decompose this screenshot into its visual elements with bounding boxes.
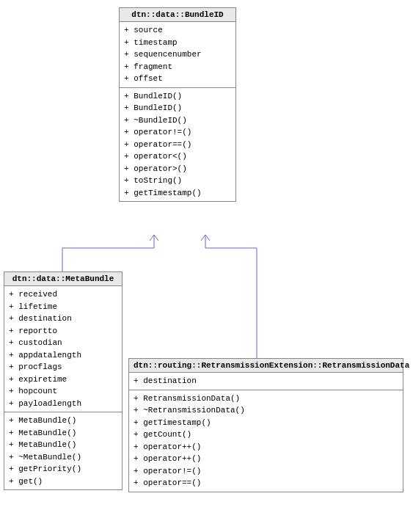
bundleid-method-2: + ~BundleID() <box>124 114 231 127</box>
bundleid-attr-1: + timestamp <box>124 37 231 49</box>
bundleid-method-4: + operator==() <box>124 139 231 151</box>
metabundle-title: dtn::data::MetaBundle <box>4 272 122 286</box>
bundleid-method-6: + operator>() <box>124 163 231 175</box>
metabundle-method-0: + MetaBundle() <box>9 415 117 427</box>
metabundle-method-4: + getPriority() <box>9 463 117 475</box>
diagram-container: dtn::data::BundleID + source + timestamp… <box>0 0 413 532</box>
retransmission-method-5: + operator++() <box>134 453 398 465</box>
retransmission-method-2: + getTimestamp() <box>134 417 398 429</box>
metabundle-box: dtn::data::MetaBundle + received + lifet… <box>4 272 123 490</box>
metabundle-attr-6: + procflags <box>9 361 117 374</box>
metabundle-method-1: + MetaBundle() <box>9 427 117 440</box>
bundleid-method-7: + toString() <box>124 175 231 187</box>
metabundle-attr-5: + appdatalength <box>9 349 117 362</box>
metabundle-attr-0: + received <box>9 288 117 301</box>
metabundle-method-2: + MetaBundle() <box>9 439 117 451</box>
bundleid-method-0: + BundleID() <box>124 90 231 103</box>
retransmission-method-6: + operator!=() <box>134 465 398 478</box>
metabundle-attr-7: + expiretime <box>9 374 117 386</box>
metabundle-attr-9: + payloadlength <box>9 398 117 410</box>
bundleid-box: dtn::data::BundleID + source + timestamp… <box>119 7 236 202</box>
metabundle-attr-3: + reportto <box>9 325 117 338</box>
retransmission-method-3: + getCount() <box>134 429 398 441</box>
retransmission-methods: + RetransmissionData() + ~Retransmission… <box>129 390 403 492</box>
bundleid-title: dtn::data::BundleID <box>120 8 235 22</box>
retransmission-attr-0: + destination <box>134 375 398 387</box>
bundleid-method-8: + getTimestamp() <box>124 187 231 200</box>
bundleid-attr-2: + sequencenumber <box>124 48 231 61</box>
retransmission-attributes: + destination <box>129 373 403 390</box>
retransmission-box: dtn::routing::RetransmissionExtension::R… <box>128 358 403 492</box>
bundleid-attr-4: + offset <box>124 73 231 85</box>
bundleid-method-3: + operator!=() <box>124 126 231 139</box>
metabundle-method-5: + get() <box>9 475 117 488</box>
bundleid-methods: + BundleID() + BundleID() + ~BundleID() … <box>120 88 235 202</box>
retransmission-method-1: + ~RetransmissionData() <box>134 404 398 417</box>
metabundle-attr-1: + lifetime <box>9 301 117 313</box>
bundleid-method-5: + operator<() <box>124 150 231 163</box>
metabundle-method-3: + ~MetaBundle() <box>9 451 117 464</box>
retransmission-title: dtn::routing::RetransmissionExtension::R… <box>129 359 403 373</box>
bundleid-method-1: + BundleID() <box>124 102 231 114</box>
bundleid-attr-3: + fragment <box>124 61 231 73</box>
metabundle-attr-4: + custodian <box>9 337 117 349</box>
retransmission-method-7: + operator==() <box>134 477 398 489</box>
metabundle-attr-2: + destination <box>9 313 117 325</box>
metabundle-attr-8: + hopcount <box>9 385 117 398</box>
metabundle-methods: + MetaBundle() + MetaBundle() + MetaBund… <box>4 412 122 489</box>
retransmission-method-4: + operator++() <box>134 441 398 453</box>
retransmission-method-0: + RetransmissionData() <box>134 393 398 405</box>
metabundle-attributes: + received + lifetime + destination + re… <box>4 286 122 412</box>
bundleid-attributes: + source + timestamp + sequencenumber + … <box>120 22 235 88</box>
bundleid-attr-0: + source <box>124 24 231 37</box>
